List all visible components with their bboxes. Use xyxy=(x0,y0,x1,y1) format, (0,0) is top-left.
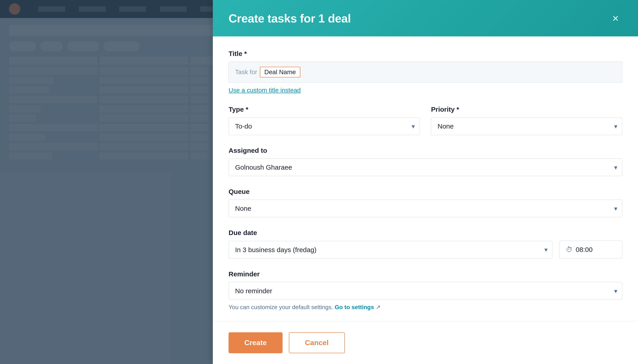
reminder-form-group: Reminder No reminder ▾ You can customize… xyxy=(229,270,622,311)
type-select-wrap: To-do ▾ xyxy=(229,117,420,135)
reminder-label: Reminder xyxy=(229,270,622,278)
reminder-select[interactable]: No reminder xyxy=(229,282,622,300)
priority-select-wrap: None ▾ xyxy=(431,117,622,135)
queue-form-group: Queue None ▾ xyxy=(229,188,622,217)
type-form-group: Type * To-do ▾ xyxy=(229,106,420,135)
queue-label: Queue xyxy=(229,188,622,196)
reminder-select-wrap: No reminder ▾ xyxy=(229,282,622,300)
title-input-wrap[interactable]: Task for Deal Name xyxy=(229,62,622,83)
priority-select[interactable]: None xyxy=(431,117,622,135)
type-label: Type * xyxy=(229,106,420,113)
deal-name-token[interactable]: Deal Name xyxy=(260,67,300,78)
title-form-group: Title * Task for Deal Name Use a custom … xyxy=(229,50,622,94)
go-to-settings-link[interactable]: Go to settings xyxy=(335,304,374,310)
clock-icon: ⏱ xyxy=(566,246,572,254)
reminder-hint: You can customize your default settings.… xyxy=(229,304,622,311)
custom-title-link[interactable]: Use a custom title instead xyxy=(229,87,301,94)
due-date-select-wrap: In 3 business days (fredag) ▾ xyxy=(229,241,552,258)
due-date-form-group: Due date In 3 business days (fredag) ▾ ⏱… xyxy=(229,229,622,258)
modal-panel: Create tasks for 1 deal × Title * Task f… xyxy=(213,0,638,364)
queue-select[interactable]: None xyxy=(229,200,622,217)
assigned-to-form-group: Assigned to Golnoush Gharaee ▾ xyxy=(229,147,622,176)
time-input-wrap[interactable]: ⏱ 08:00 xyxy=(559,241,622,258)
due-date-row: In 3 business days (fredag) ▾ ⏱ 08:00 xyxy=(229,241,622,258)
assigned-to-label: Assigned to xyxy=(229,147,622,154)
create-button[interactable]: Create xyxy=(229,332,283,353)
modal-header: Create tasks for 1 deal × xyxy=(213,0,638,36)
cancel-button[interactable]: Cancel xyxy=(289,332,345,353)
queue-select-wrap: None ▾ xyxy=(229,200,622,217)
due-date-select[interactable]: In 3 business days (fredag) xyxy=(229,241,552,258)
modal-title: Create tasks for 1 deal xyxy=(229,12,351,25)
due-date-label: Due date xyxy=(229,229,622,236)
time-value: 08:00 xyxy=(576,246,592,254)
close-button[interactable]: × xyxy=(609,12,622,25)
assigned-to-select[interactable]: Golnoush Gharaee xyxy=(229,158,622,176)
title-input-prefix: Task for xyxy=(235,68,257,76)
title-label: Title * xyxy=(229,50,622,58)
type-priority-row: Type * To-do ▾ Priority * None ▾ xyxy=(229,106,622,135)
modal-body: Title * Task for Deal Name Use a custom … xyxy=(213,36,638,321)
assigned-to-select-wrap: Golnoush Gharaee ▾ xyxy=(229,158,622,176)
priority-label: Priority * xyxy=(431,106,622,113)
type-select[interactable]: To-do xyxy=(229,117,420,135)
priority-form-group: Priority * None ▾ xyxy=(431,106,622,135)
modal-footer: Create Cancel xyxy=(213,321,638,364)
